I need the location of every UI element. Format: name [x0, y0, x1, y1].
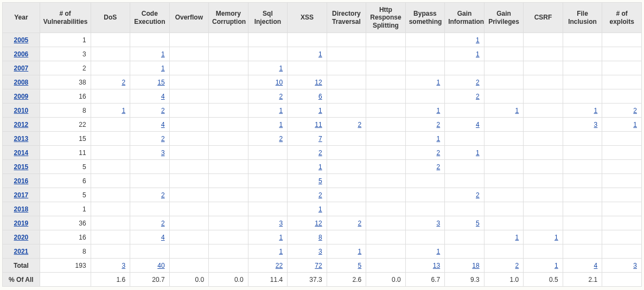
cell-sqli[interactable]: 1: [248, 230, 288, 244]
cell-code-link[interactable]: 4: [161, 234, 165, 241]
cell-byp[interactable]: 1: [405, 75, 445, 89]
cell-dir-link[interactable]: 2: [358, 220, 361, 227]
cell-code[interactable]: 2: [130, 132, 170, 146]
total-dir[interactable]: 5: [327, 259, 366, 273]
cell-dos[interactable]: 1: [91, 104, 130, 118]
total-xss-link[interactable]: 72: [315, 262, 322, 269]
year-cell[interactable]: 2006: [3, 47, 40, 61]
cell-gaininfo[interactable]: 5: [445, 216, 484, 230]
cell-xss[interactable]: 1: [288, 104, 327, 118]
cell-dir-link[interactable]: 2: [358, 121, 361, 128]
cell-dir-link[interactable]: 1: [358, 248, 361, 255]
cell-sqli-link[interactable]: 1: [279, 234, 283, 241]
year-link[interactable]: 2010: [14, 107, 29, 114]
cell-exploits-link[interactable]: 1: [633, 121, 637, 128]
cell-xss-link[interactable]: 3: [318, 248, 322, 255]
cell-sqli-link[interactable]: 2: [279, 93, 283, 100]
cell-gaininfo-link[interactable]: 1: [476, 50, 480, 58]
cell-xss[interactable]: 11: [288, 118, 327, 132]
cell-gaininfo-link[interactable]: 2: [476, 191, 480, 199]
cell-code[interactable]: 2: [130, 188, 170, 202]
cell-xss-link[interactable]: 12: [315, 79, 322, 86]
cell-xss-link[interactable]: 7: [318, 135, 322, 143]
year-cell[interactable]: 2013: [3, 132, 40, 146]
total-gainpriv[interactable]: 2: [484, 259, 524, 273]
cell-dir[interactable]: 2: [327, 118, 366, 132]
cell-gaininfo[interactable]: 2: [445, 188, 484, 202]
cell-xss[interactable]: 12: [288, 216, 327, 230]
cell-xss-link[interactable]: 1: [318, 107, 322, 114]
year-cell[interactable]: 2017: [3, 188, 40, 202]
cell-xss-link[interactable]: 2: [318, 191, 322, 199]
cell-byp[interactable]: 2: [405, 118, 445, 132]
total-gaininfo-link[interactable]: 18: [472, 262, 479, 269]
cell-code-link[interactable]: 4: [161, 121, 165, 128]
cell-gaininfo-link[interactable]: 2: [476, 93, 480, 100]
cell-csrf[interactable]: 1: [524, 230, 563, 244]
cell-byp-link[interactable]: 3: [437, 220, 441, 227]
cell-gainpriv[interactable]: 1: [484, 104, 524, 118]
year-link[interactable]: 2015: [14, 163, 29, 171]
cell-byp[interactable]: 1: [405, 244, 445, 259]
cell-sqli[interactable]: 1: [248, 118, 288, 132]
cell-sqli-link[interactable]: 2: [279, 135, 283, 143]
year-cell[interactable]: 2010: [3, 104, 40, 118]
year-cell[interactable]: 2008: [3, 75, 40, 89]
cell-xss-link[interactable]: 1: [318, 163, 322, 171]
cell-byp-link[interactable]: 1: [437, 248, 441, 255]
cell-exploits-link[interactable]: 2: [633, 107, 637, 114]
year-link[interactable]: 2006: [14, 50, 29, 58]
cell-code-link[interactable]: 4: [161, 93, 165, 100]
cell-exploits[interactable]: 1: [602, 118, 642, 132]
cell-gaininfo-link[interactable]: 1: [476, 36, 480, 44]
cell-exploits[interactable]: 2: [602, 104, 642, 118]
cell-code-link[interactable]: 2: [161, 191, 165, 199]
total-file-link[interactable]: 4: [594, 262, 598, 269]
cell-code[interactable]: 4: [130, 230, 170, 244]
year-cell[interactable]: 2018: [3, 202, 40, 216]
cell-gainpriv[interactable]: 1: [484, 230, 524, 244]
cell-byp[interactable]: 2: [405, 146, 445, 160]
cell-code[interactable]: 15: [130, 75, 170, 89]
year-cell[interactable]: 2015: [3, 160, 40, 174]
year-link[interactable]: 2009: [14, 93, 29, 100]
cell-byp-link[interactable]: 1: [437, 107, 441, 114]
cell-byp[interactable]: 1: [405, 132, 445, 146]
total-csrf[interactable]: 1: [524, 259, 563, 273]
cell-xss-link[interactable]: 12: [315, 220, 322, 227]
cell-gaininfo-link[interactable]: 4: [476, 121, 480, 128]
cell-code[interactable]: 3: [130, 146, 170, 160]
cell-dos[interactable]: 2: [91, 75, 130, 89]
year-link[interactable]: 2017: [14, 191, 29, 199]
year-link[interactable]: 2013: [14, 135, 29, 143]
cell-gaininfo[interactable]: 1: [445, 146, 484, 160]
year-cell[interactable]: 2005: [3, 33, 40, 47]
cell-code-link[interactable]: 2: [161, 135, 165, 143]
cell-byp[interactable]: 1: [405, 104, 445, 118]
cell-code[interactable]: 1: [130, 47, 170, 61]
cell-xss[interactable]: 2: [288, 188, 327, 202]
total-dos[interactable]: 3: [91, 259, 130, 273]
cell-dos-link[interactable]: 2: [122, 79, 125, 86]
total-file[interactable]: 4: [563, 259, 602, 273]
cell-sqli-link[interactable]: 1: [279, 65, 283, 72]
cell-xss-link[interactable]: 6: [318, 93, 322, 100]
cell-code-link[interactable]: 1: [161, 65, 165, 72]
cell-file[interactable]: 1: [563, 104, 602, 118]
cell-sqli-link[interactable]: 1: [279, 248, 283, 255]
year-cell[interactable]: 2014: [3, 146, 40, 160]
total-exploits[interactable]: 3: [602, 259, 642, 273]
cell-xss[interactable]: 1: [288, 160, 327, 174]
cell-xss-link[interactable]: 5: [318, 177, 322, 185]
cell-byp-link[interactable]: 1: [437, 135, 441, 143]
cell-xss[interactable]: 1: [288, 202, 327, 216]
cell-xss-link[interactable]: 2: [318, 149, 322, 157]
cell-file[interactable]: 3: [563, 118, 602, 132]
cell-gaininfo[interactable]: 2: [445, 75, 484, 89]
year-cell[interactable]: 2012: [3, 118, 40, 132]
year-link[interactable]: 2008: [14, 79, 29, 86]
cell-sqli[interactable]: 2: [248, 132, 288, 146]
cell-sqli[interactable]: 1: [248, 104, 288, 118]
cell-xss[interactable]: 8: [288, 230, 327, 244]
cell-byp-link[interactable]: 2: [437, 149, 441, 157]
